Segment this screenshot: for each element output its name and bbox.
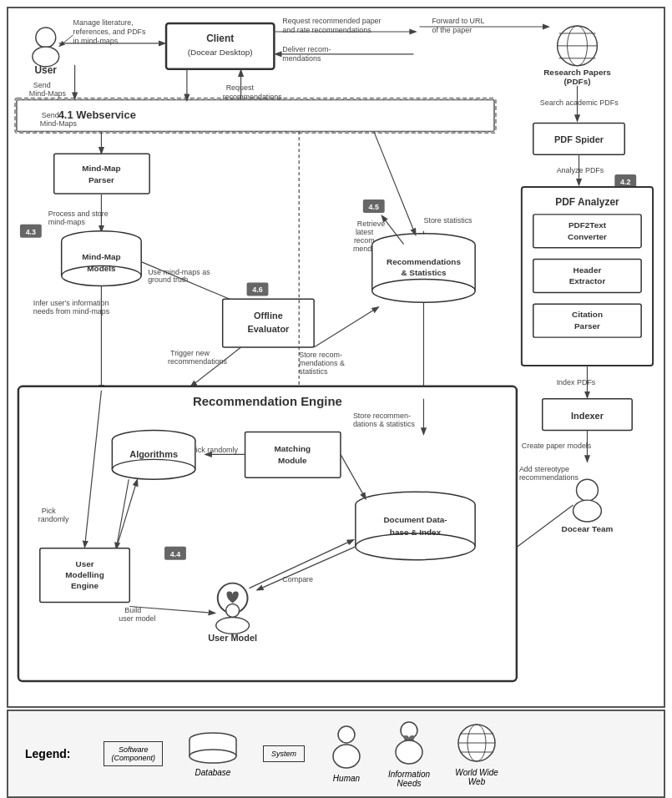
legend-system-box: System [263, 745, 305, 762]
svg-text:mendations: mendations [282, 54, 321, 63]
matching-module-box [245, 432, 341, 478]
svg-point-95 [226, 604, 240, 617]
svg-text:(Docear Desktop): (Docear Desktop) [188, 48, 253, 57]
store-recs2-label: Store recommen- [353, 412, 411, 420]
svg-text:mind-maps: mind-maps [48, 218, 86, 226]
manage-literature-label: Manage literature, [73, 18, 134, 27]
svg-text:Client: Client [206, 33, 234, 44]
client-box [166, 23, 274, 69]
store-recs-label: Store recom- [299, 351, 342, 359]
svg-text:dations & statistics: dations & statistics [353, 420, 416, 428]
legend-database-svg [188, 731, 238, 765]
legend-software-item: Software(Component) [104, 741, 163, 766]
svg-text:needs from mind-maps: needs from mind-maps [33, 307, 110, 316]
legend-database-item: Database [188, 731, 238, 777]
analyze-pdfs-label: Analyze PDFs [557, 166, 604, 174]
svg-text:Evaluator: Evaluator [247, 324, 290, 334]
svg-text:mendations &: mendations & [299, 359, 345, 367]
pick-randomly2-label: Pick [42, 507, 56, 515]
forward-url-label: Forward to URL [432, 17, 484, 25]
add-stereotype-label: Add stereotype [519, 465, 569, 473]
svg-point-0 [36, 28, 56, 48]
svg-text:Module: Module [278, 456, 307, 465]
pdf-analyzer-label: PDF Analyzer [555, 196, 619, 208]
user-model-label: User Model [208, 633, 257, 643]
svg-text:Engine: Engine [71, 581, 99, 590]
svg-point-89 [356, 533, 475, 560]
main-container: User Manage literature, references, and … [0, 0, 672, 798]
svg-text:4.3: 4.3 [26, 228, 36, 236]
svg-text:4.6: 4.6 [252, 285, 262, 294]
legend-software-box: Software(Component) [104, 741, 163, 766]
indexer-label: Indexer [571, 411, 604, 421]
legend-human-item: Human [330, 725, 363, 783]
svg-text:Extractor: Extractor [569, 276, 606, 285]
pick-randomly-label: Pick randomly [191, 446, 239, 454]
user-label: User [35, 64, 58, 76]
legend-www-svg [455, 721, 498, 765]
svg-point-118 [396, 740, 422, 764]
legend-database-label: Database [195, 768, 231, 777]
docear-team-icon [577, 479, 599, 501]
svg-text:and rate recommendations: and rate recommendations [282, 26, 371, 34]
svg-text:latest: latest [356, 228, 374, 236]
docear-team-label: Docear Team [562, 524, 614, 533]
svg-text:4.2: 4.2 [620, 178, 630, 186]
svg-text:Recommendations: Recommendations [387, 257, 461, 266]
deliver-recs-label: Deliver recom- [282, 45, 331, 53]
svg-text:Send: Send [33, 81, 51, 89]
svg-text:Mind-Maps: Mind-Maps [29, 89, 67, 98]
legend-human-svg [330, 725, 363, 770]
svg-text:(PDFs): (PDFs) [564, 77, 591, 86]
legend-info-needs-label: InformationNeeds [388, 770, 430, 788]
legend-www-label: World WideWeb [455, 768, 498, 786]
svg-text:Mind-Map: Mind-Map [82, 252, 120, 261]
svg-text:PDF2Text: PDF2Text [568, 220, 607, 230]
index-pdfs-label: Index PDFs [557, 378, 596, 386]
infer-needs-label: Infer user's information [33, 299, 109, 307]
header-extractor-label: Header [573, 265, 602, 275]
diagram-svg: User Manage literature, references, and … [7, 7, 665, 708]
legend-info-needs-item: InformationNeeds [388, 720, 430, 788]
legend-www-item: World WideWeb [455, 721, 498, 786]
svg-text:Modelling: Modelling [65, 570, 104, 579]
svg-point-115 [338, 726, 355, 743]
trigger-new-label: Trigger new [170, 349, 210, 357]
svg-point-116 [333, 745, 360, 768]
legend-area: Legend: Software(Component) Database Sys… [7, 710, 665, 798]
svg-text:Parser: Parser [88, 175, 114, 184]
svg-text:Converter: Converter [568, 232, 607, 241]
svg-text:base & Index: base & Index [390, 528, 442, 537]
svg-text:recommendations: recommendations [519, 473, 579, 482]
send-mindmaps-label: Send [42, 111, 59, 119]
svg-text:ground truth: ground truth [148, 275, 188, 284]
citation-parser-label: Citation [572, 310, 603, 319]
svg-point-83 [112, 459, 195, 479]
store-stats-label: Store statistics [423, 216, 472, 225]
svg-text:Algorithms: Algorithms [129, 449, 178, 459]
process-store-label: Process and store [48, 210, 109, 218]
svg-text:User: User [75, 559, 93, 568]
search-academic-label: Search academic PDFs [540, 98, 619, 107]
svg-text:& Statistics: & Statistics [401, 268, 447, 277]
svg-text:Document Data-: Document Data- [383, 515, 447, 524]
legend-info-needs-svg [392, 720, 426, 766]
svg-text:Mind-Maps: Mind-Maps [40, 119, 78, 128]
svg-text:recommendations: recommendations [223, 93, 283, 101]
svg-text:references, and PDFs: references, and PDFs [73, 28, 146, 36]
svg-line-73 [314, 307, 378, 347]
svg-text:user model: user model [119, 614, 155, 623]
svg-text:Matching: Matching [274, 444, 311, 453]
pdf-spider-label: PDF Spider [554, 134, 604, 144]
svg-point-117 [401, 722, 417, 739]
svg-text:4.5: 4.5 [369, 203, 379, 211]
legend-human-label: Human [333, 774, 360, 783]
legend-system-item: System [263, 745, 305, 762]
svg-text:Models: Models [87, 264, 116, 273]
svg-point-30 [573, 500, 602, 522]
svg-text:statistics: statistics [299, 367, 328, 376]
svg-text:Parser: Parser [574, 321, 600, 331]
svg-point-114 [189, 750, 236, 763]
research-papers-label: Research Papers [543, 68, 611, 77]
svg-text:randomly: randomly [38, 515, 69, 523]
